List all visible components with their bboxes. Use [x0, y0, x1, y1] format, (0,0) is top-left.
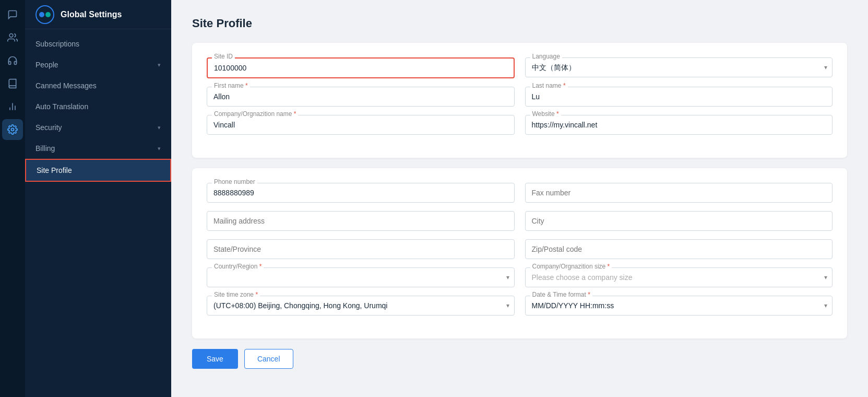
state-input[interactable]: [207, 239, 515, 259]
timezone-field: Site time zone * (UTC+08:00) Beijing, Ch…: [207, 296, 515, 316]
svg-point-7: [45, 12, 51, 17]
phone-field: Phone number: [207, 183, 515, 203]
language-select[interactable]: 中文（简体）: [525, 57, 833, 77]
form-row-2: First name * Last name *: [207, 87, 833, 107]
last-name-field: Last name *: [525, 87, 833, 107]
chevron-down-icon: ▾: [158, 145, 161, 152]
svg-point-4: [11, 129, 14, 131]
site-id-input[interactable]: [207, 57, 515, 78]
site-id-field: Site ID: [207, 57, 515, 78]
company-size-select-wrapper: Please choose a company size ▾: [525, 267, 833, 287]
sidebar-nav: Subscriptions People ▾ Canned Messages A…: [25, 29, 171, 397]
first-name-input[interactable]: [207, 87, 515, 107]
action-row: Save Cancel: [192, 349, 847, 369]
sidebar-item-auto-translation[interactable]: Auto Translation: [25, 96, 171, 117]
language-field: Language 中文（简体） ▾: [525, 57, 833, 78]
sidebar-title: Global Settings: [61, 10, 122, 19]
last-name-input[interactable]: [525, 87, 833, 107]
nav-icon-settings[interactable]: [2, 119, 23, 140]
website-input[interactable]: [525, 115, 833, 135]
company-size-select[interactable]: Please choose a company size: [525, 267, 833, 287]
sidebar-item-site-profile[interactable]: Site Profile: [25, 159, 171, 182]
svg-point-0: [9, 34, 13, 38]
sidebar-item-people[interactable]: People ▾: [25, 54, 171, 75]
form-row-phone: Phone number: [207, 183, 833, 203]
mailing-field: [207, 211, 515, 231]
logo-icon: [35, 5, 54, 24]
form-row-state: [207, 239, 833, 259]
site-profile-card-top: Site ID Language 中文（简体） ▾: [192, 43, 847, 158]
form-row-3: Company/Orgnazition name * Website *: [207, 115, 833, 135]
page-container: Site Profile Site ID Language 中文（简体） ▾: [171, 0, 868, 397]
save-button[interactable]: Save: [192, 349, 238, 369]
svg-point-5: [36, 6, 54, 24]
sidebar: Global Settings Subscriptions People ▾ C…: [25, 0, 171, 397]
company-name-field: Company/Orgnazition name *: [207, 115, 515, 135]
cancel-button[interactable]: Cancel: [244, 349, 293, 369]
country-field: Country/Region * ▾: [207, 267, 515, 287]
mailing-input[interactable]: [207, 211, 515, 231]
website-field: Website *: [525, 115, 833, 135]
language-select-wrapper: 中文（简体） ▾: [525, 57, 833, 77]
datetime-field: Date & Time format * MM/DD/YYYY HH:mm:ss…: [525, 296, 833, 316]
nav-icon-analytics[interactable]: [2, 96, 23, 117]
icon-strip: [0, 0, 25, 397]
sidebar-header: Global Settings: [25, 0, 171, 29]
phone-input[interactable]: [207, 183, 515, 203]
svg-point-6: [39, 12, 44, 17]
form-row-timezone: Site time zone * (UTC+08:00) Beijing, Ch…: [207, 296, 833, 316]
sidebar-item-canned-messages[interactable]: Canned Messages: [25, 75, 171, 96]
form-row-address: [207, 211, 833, 231]
nav-icon-chat[interactable]: [2, 4, 23, 25]
page-title: Site Profile: [192, 17, 847, 30]
fax-field: [525, 183, 833, 203]
chevron-down-icon: ▾: [158, 62, 161, 68]
country-select-wrapper: ▾: [207, 267, 515, 287]
zip-input[interactable]: [525, 239, 833, 259]
form-row-1: Site ID Language 中文（简体） ▾: [207, 57, 833, 78]
form-row-country: Country/Region * ▾ Company/Orgnazition s…: [207, 267, 833, 287]
company-name-input[interactable]: [207, 115, 515, 135]
nav-icon-team[interactable]: [2, 27, 23, 48]
city-field: [525, 211, 833, 231]
first-name-field: First name *: [207, 87, 515, 107]
timezone-select-wrapper: (UTC+08:00) Beijing, Chongqing, Hong Kon…: [207, 296, 515, 316]
city-input[interactable]: [525, 211, 833, 231]
nav-icon-book[interactable]: [2, 73, 23, 94]
sidebar-item-security[interactable]: Security ▾: [25, 117, 171, 138]
datetime-select-wrapper: MM/DD/YYYY HH:mm:ss ▾: [525, 296, 833, 316]
timezone-select[interactable]: (UTC+08:00) Beijing, Chongqing, Hong Kon…: [207, 296, 515, 316]
country-select[interactable]: [207, 267, 515, 287]
main-content: Site Profile Site ID Language 中文（简体） ▾: [171, 0, 868, 397]
nav-icon-headset[interactable]: [2, 50, 23, 71]
site-profile-card-bottom: Phone number: [192, 168, 847, 338]
state-field: [207, 239, 515, 259]
chevron-down-icon: ▾: [158, 124, 161, 131]
sidebar-item-subscriptions[interactable]: Subscriptions: [25, 33, 171, 54]
company-size-field: Company/Orgnazition size * Please choose…: [525, 267, 833, 287]
sidebar-item-billing[interactable]: Billing ▾: [25, 138, 171, 159]
fax-input[interactable]: [525, 183, 833, 203]
zip-field: [525, 239, 833, 259]
datetime-select[interactable]: MM/DD/YYYY HH:mm:ss: [525, 296, 833, 316]
